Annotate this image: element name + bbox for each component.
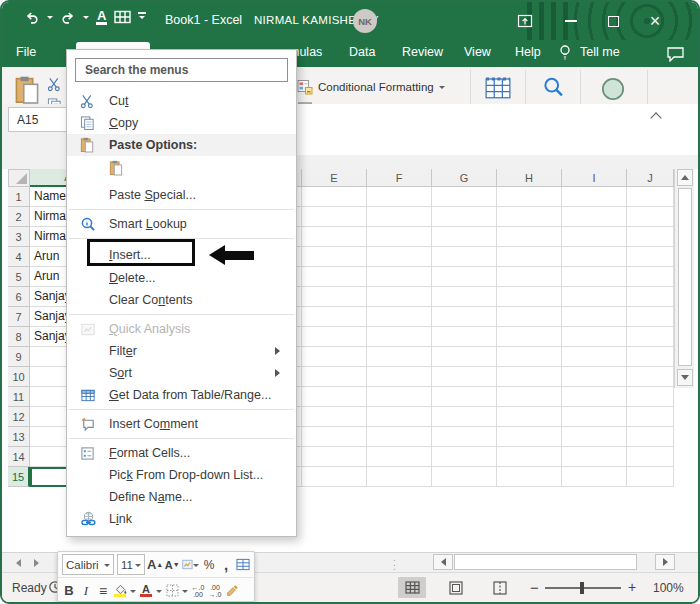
menu-item-insert[interactable]: Insert...: [67, 242, 296, 267]
undo-dropdown-caret[interactable]: [47, 16, 53, 22]
cell-e7[interactable]: [302, 307, 367, 327]
qat-more-commands-icon[interactable]: [138, 12, 146, 22]
cell-e3[interactable]: [302, 227, 367, 247]
cell-i10[interactable]: [562, 367, 627, 387]
cell-f4[interactable]: [367, 247, 432, 267]
cell-j15[interactable]: [627, 467, 674, 487]
zoom-slider-handle[interactable]: [580, 582, 584, 594]
cell-i13[interactable]: [562, 427, 627, 447]
column-header-i[interactable]: I: [562, 169, 627, 187]
cell-g5[interactable]: [432, 267, 497, 287]
cell-j10[interactable]: [627, 367, 674, 387]
menu-item-insert-comment[interactable]: Insert Comment: [67, 413, 296, 435]
cell-i15[interactable]: [562, 467, 627, 487]
cell-i2[interactable]: [562, 207, 627, 227]
paste-option-button[interactable]: [67, 156, 296, 184]
cell-e8[interactable]: [302, 327, 367, 347]
menu-item-cut[interactable]: Cut: [67, 90, 296, 112]
cell-g12[interactable]: [432, 407, 497, 427]
cell-i12[interactable]: [562, 407, 627, 427]
cell-j13[interactable]: [627, 427, 674, 447]
sheet-tab-scroll-right-icon[interactable]: [34, 559, 43, 567]
menu-item-sort[interactable]: Sort: [67, 362, 296, 384]
cell-h12[interactable]: [497, 407, 562, 427]
merge-center-icon[interactable]: [236, 555, 250, 574]
row-header-5[interactable]: 5: [8, 267, 30, 287]
shrink-font-button[interactable]: A▼: [165, 555, 179, 574]
horizontal-scroll-thumb[interactable]: [454, 554, 637, 570]
row-header-1[interactable]: 1: [8, 187, 30, 207]
cell-e6[interactable]: [302, 287, 367, 307]
cell-h2[interactable]: [497, 207, 562, 227]
cell-j2[interactable]: [627, 207, 674, 227]
tab-review[interactable]: Review: [402, 45, 443, 59]
menu-item-clear-contents[interactable]: Clear Contents: [67, 289, 296, 311]
menu-item-smart-lookup[interactable]: Smart Lookup: [67, 213, 296, 235]
row-header-13[interactable]: 13: [8, 427, 30, 447]
increase-decimal-button[interactable]: .00→.0: [208, 581, 222, 600]
row-header-8[interactable]: 8: [8, 327, 30, 347]
cell-h15[interactable]: [497, 467, 562, 487]
close-button[interactable]: ×: [642, 11, 668, 31]
tell-me-label[interactable]: Tell me: [580, 45, 620, 59]
cell-h4[interactable]: [497, 247, 562, 267]
row-header-15[interactable]: 15: [8, 467, 30, 487]
cell-j3[interactable]: [627, 227, 674, 247]
redo-dropdown-caret[interactable]: [83, 16, 89, 22]
cell-g14[interactable]: [432, 447, 497, 467]
align-button[interactable]: ≡: [96, 581, 110, 600]
cell-e12[interactable]: [302, 407, 367, 427]
italic-button[interactable]: I: [79, 581, 93, 600]
cell-g10[interactable]: [432, 367, 497, 387]
cell-j1[interactable]: [627, 187, 674, 207]
cell-j8[interactable]: [627, 327, 674, 347]
cell-g15[interactable]: [432, 467, 497, 487]
scrollbar-gripper[interactable]: ...: [393, 556, 396, 569]
cell-h9[interactable]: [497, 347, 562, 367]
menu-item-format-cells[interactable]: Format Cells...: [67, 442, 296, 464]
format-painter-mini-icon[interactable]: [225, 581, 239, 600]
row-header-12[interactable]: 12: [8, 407, 30, 427]
row-header-11[interactable]: 11: [8, 387, 30, 407]
cell-i1[interactable]: [562, 187, 627, 207]
tab-file[interactable]: File: [16, 45, 36, 59]
minimize-button[interactable]: [558, 11, 584, 31]
fill-color-button[interactable]: [113, 581, 127, 600]
cell-h7[interactable]: [497, 307, 562, 327]
select-all-corner[interactable]: [8, 169, 30, 187]
borders-button[interactable]: [165, 581, 179, 600]
cell-g8[interactable]: [432, 327, 497, 347]
cell-e14[interactable]: [302, 447, 367, 467]
row-header-3[interactable]: 3: [8, 227, 30, 247]
cell-f11[interactable]: [367, 387, 432, 407]
undo-icon[interactable]: [24, 10, 40, 25]
cell-i3[interactable]: [562, 227, 627, 247]
normal-view-button[interactable]: [398, 577, 426, 598]
cell-i6[interactable]: [562, 287, 627, 307]
page-break-preview-button[interactable]: [486, 577, 514, 598]
conditional-formatting-button[interactable]: Conditional Formatting: [297, 79, 445, 95]
font-color-button[interactable]: A: [139, 581, 153, 600]
cell-f13[interactable]: [367, 427, 432, 447]
cell-j5[interactable]: [627, 267, 674, 287]
cell-f2[interactable]: [367, 207, 432, 227]
cell-j4[interactable]: [627, 247, 674, 267]
vertical-scrollbar[interactable]: [674, 169, 694, 388]
cell-j14[interactable]: [627, 447, 674, 467]
cell-h11[interactable]: [497, 387, 562, 407]
cell-e1[interactable]: [302, 187, 367, 207]
column-header-h[interactable]: H: [497, 169, 562, 187]
cell-f10[interactable]: [367, 367, 432, 387]
column-header-e[interactable]: E: [302, 169, 367, 187]
menu-item-pick-from-drop-down-list[interactable]: Pick From Drop-down List...: [67, 464, 296, 486]
cell-g13[interactable]: [432, 427, 497, 447]
tab-data[interactable]: Data: [349, 45, 375, 59]
cell-f7[interactable]: [367, 307, 432, 327]
cell-f1[interactable]: [367, 187, 432, 207]
font-color-icon[interactable]: A: [96, 9, 107, 25]
analyze-format-icon[interactable]: [182, 555, 199, 574]
cell-h3[interactable]: [497, 227, 562, 247]
comments-icon[interactable]: [666, 46, 685, 65]
redo-icon[interactable]: [60, 10, 76, 25]
cell-j6[interactable]: [627, 287, 674, 307]
